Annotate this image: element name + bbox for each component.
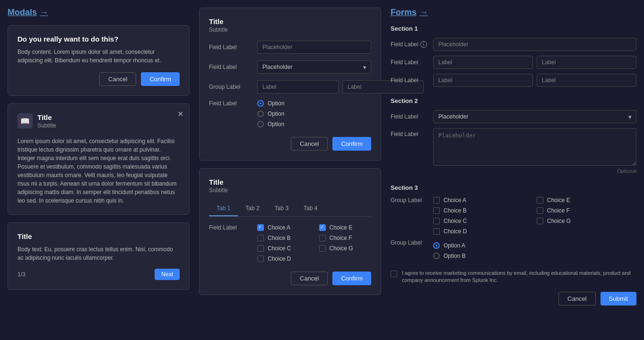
radio-option-2[interactable]: Option	[257, 110, 284, 117]
form-modal-2-actions: Cancel Confirm	[209, 272, 371, 285]
s3-choice-b-label: Choice B	[444, 207, 467, 214]
form-field-2-row: Field Label Placeholder	[209, 60, 371, 74]
info-dialog-subtitle: Subtitle	[37, 122, 56, 129]
tab-field-label: Field Label	[209, 224, 252, 231]
checkbox-choice-b[interactable]: Choice B	[257, 235, 310, 241]
checkbox-f-label: Choice F	[330, 235, 352, 241]
s3-group-2-row: Group Label Option A Option B	[391, 239, 636, 259]
tab-field-row: Field Label Choice A Choice E Choice B	[209, 224, 371, 262]
forms-arrow: →	[419, 8, 428, 17]
s3-choice-c[interactable]: Choice C	[433, 218, 533, 224]
s1-field-2b-input[interactable]	[537, 56, 636, 69]
s3-radio-b	[433, 253, 440, 259]
s3-choice-b[interactable]: Choice B	[433, 207, 533, 214]
checkbox-a-box	[257, 224, 264, 231]
tab-3[interactable]: Tab 3	[267, 201, 296, 216]
checkbox-c-box	[257, 245, 264, 252]
radio-label-3: Option	[268, 121, 284, 128]
form-modal-title: Title	[209, 17, 371, 26]
forms-cancel-button[interactable]: Cancel	[558, 292, 595, 306]
forms-section-1: Section 1 Field Label i Field Label Fiel…	[391, 25, 636, 87]
s1-double-inputs-2	[433, 74, 636, 87]
forms-section-3: Section 3 Group Label Choice A Choice E …	[391, 184, 636, 259]
info-dialog: ✕ 📖 Title Subtitle Lorem ipsum dolor sit…	[8, 103, 190, 215]
s3-checkbox-group: Choice A Choice E Choice B Choice F	[433, 197, 636, 235]
terms-row: I agree to receive marketing communicati…	[391, 270, 636, 284]
tour-dialog-next-button[interactable]: Next	[155, 269, 180, 280]
confirm-dialog-body: Body content. Lorem ipsum dolor sit amet…	[17, 48, 180, 65]
checkbox-g-box	[319, 245, 326, 252]
checkbox-c-label: Choice C	[268, 245, 291, 252]
radio-circle-1	[257, 100, 264, 107]
tab-modal-cancel-button[interactable]: Cancel	[291, 272, 328, 285]
form-field-1-input[interactable]	[257, 41, 371, 54]
checkbox-e-label: Choice E	[330, 224, 353, 231]
checkbox-f-box	[319, 235, 326, 241]
s3-option-a[interactable]: Option A	[433, 242, 636, 249]
s3-choice-a[interactable]: Choice A	[433, 197, 533, 204]
section-3-title: Section 3	[391, 184, 636, 191]
forms-title: Forms	[391, 8, 417, 17]
s2-optional-label: Optional	[433, 168, 636, 174]
forms-section-2: Section 2 Field Label Placeholder Field …	[391, 97, 636, 174]
checkbox-choice-d[interactable]: Choice D	[257, 255, 310, 262]
s2-textarea-wrapper: Optional	[433, 128, 636, 174]
s3-choice-d-label: Choice D	[444, 228, 467, 235]
s3-choice-g[interactable]: Choice G	[537, 218, 636, 224]
s3-checkbox-f	[537, 207, 543, 214]
s3-choice-e[interactable]: Choice E	[537, 197, 636, 204]
s1-field-2a-input[interactable]	[433, 56, 533, 69]
radio-option-3[interactable]: Option	[257, 121, 284, 128]
checkbox-d-box	[257, 255, 264, 262]
s3-choice-f-label: Choice F	[547, 207, 570, 214]
confirm-dialog-confirm-button[interactable]: Confirm	[141, 72, 180, 86]
tab-modal-subtitle: Subtitle	[209, 187, 371, 194]
s1-field-3b-input[interactable]	[537, 74, 636, 87]
s3-choice-c-label: Choice C	[444, 218, 467, 224]
confirm-dialog-title: Do you really want to do this?	[17, 35, 180, 43]
forms-submit-button[interactable]: Submit	[600, 292, 636, 306]
form-modal-2: Title Subtitle Tab 1 Tab 2 Tab 3 Tab 4 F…	[199, 168, 381, 295]
radio-circle-3	[257, 121, 264, 128]
s1-field-1-input[interactable]	[433, 38, 636, 51]
info-icon[interactable]: i	[420, 41, 427, 48]
s2-field-2-textarea[interactable]	[433, 128, 636, 166]
s3-checkbox-g	[537, 218, 543, 224]
book-icon: 📖	[17, 113, 33, 128]
form-modal-1-confirm-button[interactable]: Confirm	[332, 137, 371, 151]
radio-option-1[interactable]: Option	[257, 100, 284, 107]
forms-header-link[interactable]: Forms →	[391, 8, 428, 17]
form-field-2-select[interactable]: Placeholder	[257, 60, 371, 74]
radio-label-1: Option	[268, 100, 284, 107]
checkbox-choice-a[interactable]: Choice A	[257, 224, 310, 231]
s3-choice-a-label: Choice A	[444, 197, 466, 204]
modals-header-link[interactable]: Modals →	[8, 8, 48, 17]
s2-field-1-select-wrapper: Placeholder	[433, 110, 636, 123]
form-group-input-1[interactable]	[257, 80, 339, 94]
info-dialog-close-button[interactable]: ✕	[177, 110, 183, 119]
form-modal-1-cancel-button[interactable]: Cancel	[291, 137, 328, 151]
tour-dialog-body: Body text: Eu, posuere cras lectus tellu…	[17, 245, 180, 262]
terms-checkbox[interactable]	[391, 271, 397, 277]
s3-choice-f[interactable]: Choice F	[537, 207, 636, 214]
s1-field-3a-input[interactable]	[433, 74, 533, 87]
checkbox-choice-f[interactable]: Choice F	[319, 235, 372, 241]
form-field-1-label: Field Label	[209, 44, 252, 51]
tab-1[interactable]: Tab 1	[209, 201, 238, 216]
terms-text: I agree to receive marketing communicati…	[402, 270, 636, 284]
checkbox-choice-g[interactable]: Choice G	[319, 245, 372, 252]
checkbox-choice-c[interactable]: Choice C	[257, 245, 310, 252]
tab-modal-confirm-button[interactable]: Confirm	[332, 272, 371, 285]
s3-option-b-label: Option B	[444, 253, 466, 259]
tab-4[interactable]: Tab 4	[296, 201, 325, 216]
confirm-dialog: Do you really want to do this? Body cont…	[8, 25, 190, 96]
section-1-title: Section 1	[391, 25, 636, 32]
form-modal-subtitle: Subtitle	[209, 26, 371, 33]
s3-choice-d[interactable]: Choice D	[433, 228, 533, 235]
tab-2[interactable]: Tab 2	[238, 201, 267, 216]
s2-field-1-select[interactable]: Placeholder	[433, 110, 636, 123]
s3-option-b[interactable]: Option B	[433, 253, 636, 259]
checkbox-choice-e[interactable]: Choice E	[319, 224, 372, 231]
s3-group-1-row: Group Label Choice A Choice E Choice B	[391, 197, 636, 235]
confirm-dialog-cancel-button[interactable]: Cancel	[99, 72, 136, 86]
